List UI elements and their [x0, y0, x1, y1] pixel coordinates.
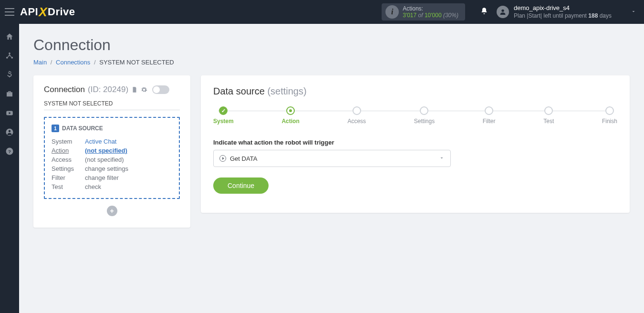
logo-text-api: API — [20, 6, 38, 18]
page-title: Connection — [33, 36, 630, 54]
row-settings-key: Settings — [52, 165, 85, 172]
step-indicator: System Action Access Settings Filter Tes… — [213, 106, 617, 125]
user-name: demo_apix-drive_s4 — [514, 4, 612, 12]
breadcrumb-connections[interactable]: Connections — [56, 59, 90, 66]
actions-values: 3'017 of 10'000 (30%) — [403, 12, 458, 19]
step-access[interactable]: Access — [347, 106, 366, 125]
step-system[interactable]: System — [213, 106, 234, 125]
row-test-key: Test — [52, 183, 85, 190]
action-select[interactable]: Get DATA — [213, 150, 451, 167]
svg-point-1 — [9, 52, 10, 54]
add-data-destination-button[interactable]: + — [107, 206, 117, 216]
row-action-val[interactable]: (not specified) — [85, 147, 172, 154]
row-system-val[interactable]: Active Chat — [85, 138, 172, 145]
logo-text-x: X — [39, 5, 47, 20]
row-test-val[interactable]: check — [85, 183, 172, 190]
account-icon[interactable] — [5, 128, 14, 136]
connection-header: Connection (ID: 20249) — [44, 85, 180, 94]
row-filter-key: Filter — [52, 174, 85, 181]
play-icon — [219, 155, 226, 162]
row-settings-val[interactable]: change settings — [85, 165, 172, 172]
billing-icon[interactable] — [5, 71, 14, 79]
data-source-settings-card: Data source (settings) System Action Acc… — [201, 75, 630, 213]
video-icon[interactable] — [5, 109, 14, 117]
actions-label: Actions: — [403, 5, 458, 12]
continue-button[interactable]: Continue — [213, 177, 269, 194]
row-access-key: Access — [52, 156, 85, 163]
hamburger-icon[interactable] — [5, 8, 14, 16]
document-icon[interactable] — [131, 86, 138, 93]
row-filter-val[interactable]: change filter — [85, 174, 172, 181]
data-source-title: 1 DATA SOURCE — [52, 125, 172, 132]
svg-point-6 — [9, 130, 11, 133]
step-action[interactable]: Action — [281, 106, 299, 125]
connection-system-not-selected: SYSTEM NOT SELECTED — [44, 100, 180, 110]
data-source-badge: 1 — [52, 125, 59, 132]
action-select-value: Get DATA — [230, 155, 257, 162]
row-action-key: Action — [52, 147, 85, 154]
user-plan: Plan |Start| left until payment 188 days — [514, 12, 612, 20]
left-sidebar: ? — [0, 24, 19, 313]
connection-label: Connection — [44, 85, 85, 94]
logo-text-drive: Drive — [48, 6, 75, 18]
svg-point-0 — [501, 10, 504, 12]
chevron-down-icon — [439, 155, 445, 162]
connection-summary-card: Connection (ID: 20249) SYSTEM NOT SELECT… — [33, 75, 190, 228]
connection-toggle[interactable] — [152, 85, 169, 94]
settings-title: Data source (settings) — [213, 86, 617, 97]
row-system-key: System — [52, 138, 85, 145]
actions-counter[interactable]: i Actions: 3'017 of 10'000 (30%) — [382, 3, 465, 21]
info-icon: i — [385, 5, 399, 19]
step-settings[interactable]: Settings — [414, 106, 435, 125]
action-select-label: Indicate what action the robot will trig… — [213, 139, 617, 146]
row-access-val[interactable]: (not specified) — [85, 156, 172, 163]
step-finish[interactable]: Finish — [602, 106, 617, 125]
connection-id: (ID: 20249) — [88, 85, 128, 94]
svg-point-2 — [6, 57, 8, 59]
home-icon[interactable] — [5, 32, 14, 41]
step-test[interactable]: Test — [543, 106, 554, 125]
breadcrumb-main[interactable]: Main — [33, 59, 47, 66]
avatar-icon[interactable] — [497, 6, 509, 18]
svg-text:?: ? — [8, 149, 11, 154]
chevron-down-icon[interactable] — [612, 9, 636, 16]
data-source-box[interactable]: 1 DATA SOURCE System Active Chat Action … — [44, 117, 180, 199]
breadcrumb: Main / Connections / SYSTEM NOT SELECTED — [33, 59, 630, 66]
breadcrumb-current: SYSTEM NOT SELECTED — [99, 59, 174, 66]
step-filter[interactable]: Filter — [483, 106, 496, 125]
logo[interactable]: API X Drive — [20, 5, 75, 20]
bell-icon[interactable] — [480, 7, 488, 17]
help-icon[interactable]: ? — [5, 147, 14, 156]
connections-icon[interactable] — [5, 52, 14, 60]
gear-icon[interactable] — [141, 86, 147, 93]
top-bar: API X Drive i Actions: 3'017 of 10'000 (… — [0, 0, 644, 24]
briefcase-icon[interactable] — [5, 90, 14, 98]
user-block[interactable]: demo_apix-drive_s4 Plan |Start| left unt… — [514, 4, 612, 20]
svg-point-3 — [11, 57, 13, 59]
main-content: Connection Main / Connections / SYSTEM N… — [19, 24, 644, 313]
data-source-grid: System Active Chat Action (not specified… — [52, 138, 172, 190]
